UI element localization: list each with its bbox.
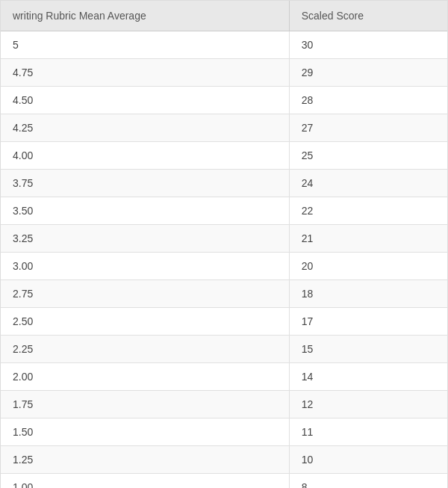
cell-rubric-mean: 4.50 xyxy=(1,87,289,114)
score-table: writing Rubric Mean Average Scaled Score… xyxy=(0,0,448,488)
cell-rubric-mean: 2.75 xyxy=(1,280,289,308)
cell-rubric-mean: 1.00 xyxy=(1,474,289,489)
cell-rubric-mean: 2.25 xyxy=(1,336,289,363)
cell-rubric-mean: 2.50 xyxy=(1,308,289,336)
cell-scaled-score: 25 xyxy=(289,142,447,170)
table-header-row: writing Rubric Mean Average Scaled Score xyxy=(1,1,447,31)
cell-scaled-score: 17 xyxy=(289,308,447,336)
cell-scaled-score: 24 xyxy=(289,170,447,197)
cell-scaled-score: 15 xyxy=(289,336,447,363)
cell-scaled-score: 28 xyxy=(289,87,447,114)
table-row: 4.7529 xyxy=(1,59,447,87)
cell-rubric-mean: 5 xyxy=(1,31,289,59)
table-row: 1.008 xyxy=(1,474,447,489)
table-row: 1.5011 xyxy=(1,418,447,446)
table-row: 3.0020 xyxy=(1,253,447,280)
cell-scaled-score: 8 xyxy=(289,474,447,489)
table-row: 2.2515 xyxy=(1,336,447,363)
cell-scaled-score: 20 xyxy=(289,253,447,280)
table-row: 3.5022 xyxy=(1,197,447,225)
cell-scaled-score: 21 xyxy=(289,225,447,253)
cell-scaled-score: 27 xyxy=(289,114,447,142)
cell-scaled-score: 11 xyxy=(289,418,447,446)
cell-rubric-mean: 1.25 xyxy=(1,446,289,474)
cell-scaled-score: 10 xyxy=(289,446,447,474)
table-row: 530 xyxy=(1,31,447,59)
header-rubric-mean: writing Rubric Mean Average xyxy=(1,1,289,31)
cell-rubric-mean: 3.00 xyxy=(1,253,289,280)
cell-scaled-score: 29 xyxy=(289,59,447,87)
header-scaled-score: Scaled Score xyxy=(289,1,447,31)
cell-rubric-mean: 3.50 xyxy=(1,197,289,225)
cell-scaled-score: 14 xyxy=(289,363,447,391)
table-row: 3.7524 xyxy=(1,170,447,197)
cell-scaled-score: 18 xyxy=(289,280,447,308)
table-row: 2.0014 xyxy=(1,363,447,391)
cell-scaled-score: 30 xyxy=(289,31,447,59)
cell-rubric-mean: 3.25 xyxy=(1,225,289,253)
table-row: 4.2527 xyxy=(1,114,447,142)
table-row: 3.2521 xyxy=(1,225,447,253)
cell-scaled-score: 22 xyxy=(289,197,447,225)
table-row: 2.7518 xyxy=(1,280,447,308)
cell-rubric-mean: 4.75 xyxy=(1,59,289,87)
cell-rubric-mean: 1.50 xyxy=(1,418,289,446)
table-row: 2.5017 xyxy=(1,308,447,336)
cell-scaled-score: 12 xyxy=(289,391,447,418)
table-row: 1.7512 xyxy=(1,391,447,418)
cell-rubric-mean: 3.75 xyxy=(1,170,289,197)
cell-rubric-mean: 4.25 xyxy=(1,114,289,142)
table-row: 4.0025 xyxy=(1,142,447,170)
cell-rubric-mean: 1.75 xyxy=(1,391,289,418)
cell-rubric-mean: 2.00 xyxy=(1,363,289,391)
cell-rubric-mean: 4.00 xyxy=(1,142,289,170)
table-row: 1.2510 xyxy=(1,446,447,474)
table-row: 4.5028 xyxy=(1,87,447,114)
